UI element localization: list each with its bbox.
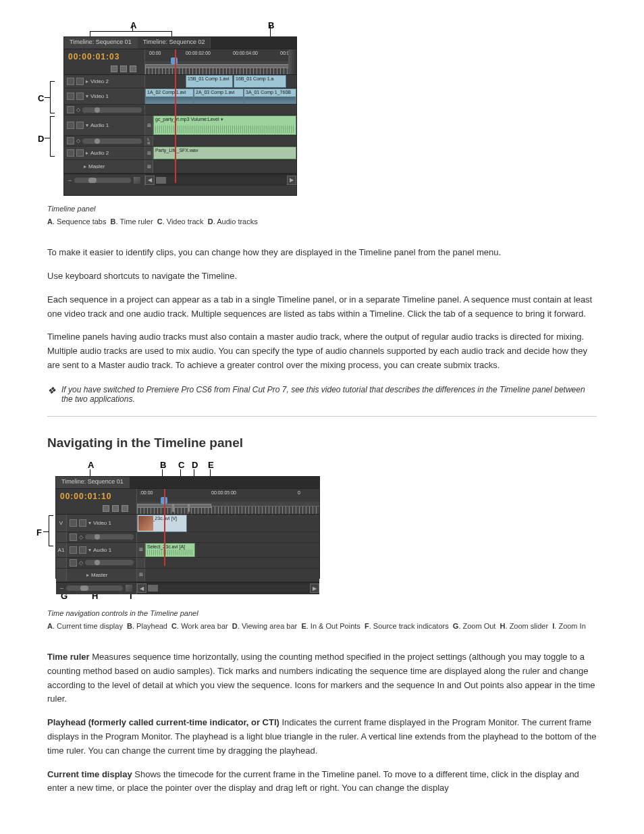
track-header[interactable]: ▸ Video 2 (64, 75, 145, 88)
lock-icon[interactable] (76, 93, 84, 100)
track-header[interactable]: ▾ Audio 1 (64, 115, 145, 135)
diamond-icon[interactable]: ◇ (79, 560, 83, 566)
sequence-tab-2[interactable]: Timeline: Sequence 02 (138, 37, 211, 49)
scroll-left-icon[interactable]: ◀ (137, 583, 146, 593)
lock-icon[interactable] (79, 519, 86, 527)
chevron-down-icon[interactable]: ▾ (88, 520, 91, 526)
fig1-label-c: C (38, 93, 44, 103)
volume-slider[interactable] (85, 560, 134, 565)
horizontal-scrollbar[interactable]: ◀ ▶ (145, 174, 296, 186)
scroll-right-icon[interactable]: ▶ (310, 583, 319, 593)
zoom-in-icon[interactable] (134, 177, 140, 184)
fig1-bracket-d (50, 116, 51, 157)
lock-icon[interactable] (76, 149, 84, 157)
settings-icon[interactable] (130, 66, 136, 72)
term: Current time display Shows the timecode … (47, 768, 597, 796)
speaker-icon[interactable] (67, 122, 74, 129)
track-video-1-controls: ◇ (64, 105, 296, 115)
video-clip[interactable]: 15B_01 Comp 1.avi (186, 75, 233, 88)
zoom-in-icon[interactable] (126, 585, 132, 592)
diamond-icon[interactable]: ◇ (79, 534, 83, 540)
timeline-panel-1[interactable]: Timeline: Sequence 01 Timeline: Sequence… (63, 36, 297, 196)
speaker-icon[interactable] (70, 546, 77, 554)
scroll-right-icon[interactable]: ▶ (287, 176, 296, 185)
track-name: Audio 2 (90, 150, 142, 156)
track-header[interactable]: ▾ Video 1 (64, 88, 145, 104)
source-track-indicator-v[interactable]: V (56, 515, 67, 531)
track-header[interactable]: ▸ Audio 2 (64, 147, 145, 159)
sequence-tabs[interactable]: Timeline: Sequence 01 (56, 477, 319, 489)
ruler-label: 00:00:02:00 (186, 51, 211, 55)
chevron-right-icon[interactable]: ▸ (84, 163, 86, 170)
opacity-slider[interactable] (82, 107, 142, 113)
keyframe-icon[interactable] (70, 533, 77, 541)
section-divider (47, 416, 597, 417)
chevron-right-icon[interactable]: ▸ (86, 572, 89, 578)
playhead-head[interactable] (171, 57, 178, 64)
fig2-label-f: F (36, 527, 42, 538)
diamond-icon[interactable]: ◇ (76, 107, 80, 113)
keyframe-icon[interactable] (70, 559, 77, 567)
source-track-indicator-a1[interactable]: A1 (56, 543, 67, 557)
lock-icon[interactable] (76, 78, 84, 85)
sync-lock-icon[interactable]: ⊞ (137, 569, 145, 581)
chevron-down-icon[interactable]: ▾ (86, 122, 88, 128)
track-name: Video 2 (90, 78, 142, 84)
snap-icon[interactable] (111, 66, 117, 72)
scroll-left-icon[interactable]: ◀ (145, 176, 155, 185)
settings-icon[interactable] (122, 505, 128, 512)
eye-icon[interactable] (67, 93, 74, 100)
timeline-panel-2[interactable]: Timeline: Sequence 01 00:00:01:10 :00:00… (55, 476, 320, 579)
zoom-out-icon[interactable]: – (68, 177, 72, 184)
opacity-slider[interactable] (85, 534, 134, 540)
chevron-right-icon[interactable]: ▸ (86, 150, 88, 156)
zoom-out-icon[interactable]: – (60, 585, 63, 592)
eye-icon[interactable] (70, 519, 77, 527)
sync-lock-icon[interactable]: ⊞ (137, 543, 145, 557)
current-time-display[interactable]: 00:00:01:03 (68, 52, 140, 61)
work-area-bar[interactable] (137, 504, 211, 508)
sync-lock-icon[interactable]: ⊞ (145, 115, 153, 135)
playhead-line[interactable] (164, 489, 165, 566)
zoom-slider[interactable] (74, 178, 131, 183)
chevron-down-icon[interactable]: ▾ (86, 93, 88, 99)
in-point-icon[interactable] (172, 504, 174, 512)
marker-icon[interactable] (120, 66, 127, 72)
sequence-tab-1[interactable]: Timeline: Sequence 01 (64, 37, 138, 49)
snap-icon[interactable] (103, 505, 109, 512)
keyframe-icon[interactable] (67, 137, 74, 145)
track-header[interactable]: ▾ Video 1 (67, 515, 137, 531)
lock-icon[interactable] (76, 122, 84, 129)
fig2-bracket-f (49, 515, 49, 546)
chevron-right-icon[interactable]: ▸ (86, 78, 88, 84)
lock-icon[interactable] (79, 546, 86, 554)
marker-icon[interactable] (112, 505, 119, 512)
track-header[interactable]: ▸ Master (67, 569, 137, 581)
speaker-icon[interactable] (67, 149, 74, 157)
keyframe-icon[interactable] (67, 106, 74, 113)
diamond-icon[interactable]: ◇ (76, 138, 80, 144)
out-point-icon[interactable] (188, 504, 190, 512)
sync-lock-icon[interactable]: ⊞ (145, 147, 153, 159)
video-clip[interactable]: Select_23c.avi [V] (137, 515, 187, 532)
audio-clip[interactable]: Select_23c.avi [A] (145, 543, 195, 557)
sequence-tab[interactable]: Timeline: Sequence 01 (56, 477, 130, 488)
track-header[interactable]: ▸ Master (64, 160, 145, 173)
sequence-tabs[interactable]: Timeline: Sequence 01 Timeline: Sequence… (64, 37, 296, 49)
video-clip[interactable]: 2A_03 Comp 1.avi (194, 88, 244, 104)
viewing-area-bar[interactable] (288, 49, 296, 74)
eye-icon[interactable] (67, 78, 74, 85)
sync-lock-icon[interactable]: ⊞ (145, 160, 153, 173)
volume-slider[interactable] (82, 138, 142, 144)
track-header[interactable]: ▾ Audio 1 (67, 543, 137, 557)
video-clip[interactable]: 1A_02 Comp 1.avi (145, 88, 194, 104)
video-clip[interactable]: 16B_01 Comp 1.a (234, 75, 286, 88)
work-area-bar[interactable] (145, 64, 296, 68)
current-time-display[interactable]: 00:00:01:10 (60, 492, 132, 501)
playhead-line[interactable] (175, 49, 176, 183)
horizontal-scrollbar[interactable]: ◀ ▶ (137, 583, 319, 594)
video-clip[interactable]: 3A_01 Comp 1_760B (244, 88, 296, 104)
chevron-down-icon[interactable]: ▾ (88, 547, 91, 553)
zoom-slider[interactable] (66, 585, 123, 591)
time-ruler[interactable]: 00:00 00:00:02:00 00:00:04:00 00:00: (145, 49, 296, 74)
